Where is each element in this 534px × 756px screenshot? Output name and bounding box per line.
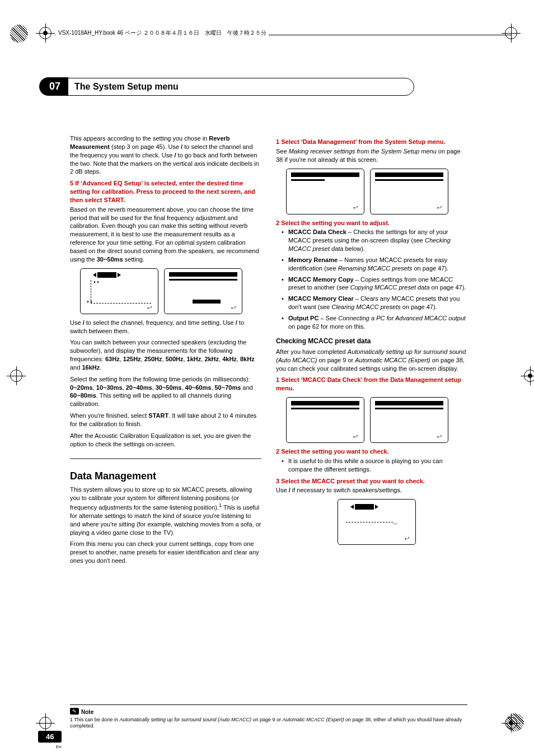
body-text: When you're finished, select START. It w… [70, 412, 261, 428]
section-heading: Data Management [70, 469, 261, 483]
body-text: Select the setting from the following ti… [70, 375, 261, 408]
page: VSX-1018AH_HY.book 46 ページ ２００８年４月１６日 水曜日… [0, 0, 534, 756]
bullet-list: MCACC Data Check – Checks the settings f… [282, 228, 467, 330]
bullet-list: It is useful to do this while a source i… [282, 457, 467, 474]
return-icon: ⮐ [231, 304, 236, 311]
return-icon: ⮐ [353, 433, 358, 440]
body-text: This appears according to the setting yo… [70, 134, 261, 176]
note-icon: ✎ [70, 708, 79, 715]
osd-screen: ⮐ [286, 397, 364, 443]
step-heading: 1 Select ‘Data Management’ from the Syst… [276, 138, 467, 146]
footnote-text: 1 This can be done in Automatically sett… [70, 717, 467, 730]
page-language: En [56, 744, 62, 749]
step-heading: 1 Select ‘MCACC Data Check’ from the Dat… [276, 376, 467, 393]
body-text: Use / to select the channel, frequency, … [70, 319, 261, 335]
chapter-number: 07 [39, 77, 68, 96]
page-number: 46 [38, 731, 62, 743]
list-item: Memory Rename – Names your MCACC presets… [282, 256, 467, 273]
note-label: Note [81, 709, 93, 715]
crop-ornament [10, 25, 28, 43]
return-icon: ⮐ [437, 204, 442, 211]
body-text: Based on the reverb measurement above, y… [70, 206, 261, 264]
return-icon: ⮐ [147, 304, 152, 311]
list-item: MCACC Memory Copy – Copies settings from… [282, 276, 467, 292]
body-text: From this menu you can check your curren… [70, 540, 261, 565]
figure-screens: ⮐ ⮐ [286, 169, 467, 214]
osd-screen: — ⮐ [338, 499, 416, 545]
osd-screen: ⮐ [164, 268, 242, 314]
footnote-block: ✎Note 1 This can be done in Automaticall… [70, 700, 467, 730]
body-text: This system allows you to store up to si… [70, 486, 261, 537]
osd-screen: ⮐ [370, 169, 448, 214]
step-heading: 3 Select the MCACC preset that you want … [276, 477, 467, 486]
subsection-heading: Checking MCACC preset data [276, 337, 467, 346]
return-icon: ⮐ [437, 433, 442, 440]
body-text: After you have completed Automatically s… [276, 348, 467, 373]
header-filename: VSX-1018AH_HY.book 46 ページ ２００８年４月１６日 水曜日… [56, 29, 269, 37]
content-area: This appears according to the setting yo… [70, 134, 467, 568]
body-text: Use / if necessary to switch speakers/se… [276, 486, 467, 494]
osd-screen: ⮐ [286, 169, 364, 214]
step-heading: 2 Select the setting you want to check. [276, 447, 467, 456]
right-column: 1 Select ‘Data Management’ from the Syst… [276, 134, 467, 568]
list-item: Output PC – See Connecting a PC for Adva… [282, 314, 467, 331]
osd-screen: ▼▼ ▲▲ ⮐ [80, 268, 158, 314]
chapter-header: 07 The System Setup menu [39, 77, 414, 96]
return-icon: ⮐ [353, 204, 358, 211]
body-text: After the Acoustic Calibration Equalizat… [70, 432, 261, 449]
body-text: You can switch between your connected sp… [70, 338, 261, 371]
figure-screens: ⮐ ⮐ [286, 397, 467, 443]
figure-screens: ▼▼ ▲▲ ⮐ ⮐ [80, 268, 261, 314]
list-item: MCACC Data Check – Checks the settings f… [282, 228, 467, 253]
chapter-title: The System Setup menu [64, 78, 414, 96]
figure-screens: — ⮐ [286, 499, 467, 545]
body-text: See Making receiver settings from the Sy… [276, 147, 467, 164]
osd-screen: ⮐ [370, 397, 448, 443]
left-column: This appears according to the setting yo… [70, 134, 261, 568]
list-item: MCACC Memory Clear – Clears any MCACC pr… [282, 295, 467, 311]
section-rule [70, 458, 261, 459]
return-icon: ⮐ [405, 535, 410, 542]
step-heading: 5 If ‘Advanced EQ Setup’ is selected, en… [70, 179, 261, 204]
step-heading: 2 Select the setting you want to adjust. [276, 219, 467, 227]
list-item: It is useful to do this while a source i… [282, 457, 467, 474]
